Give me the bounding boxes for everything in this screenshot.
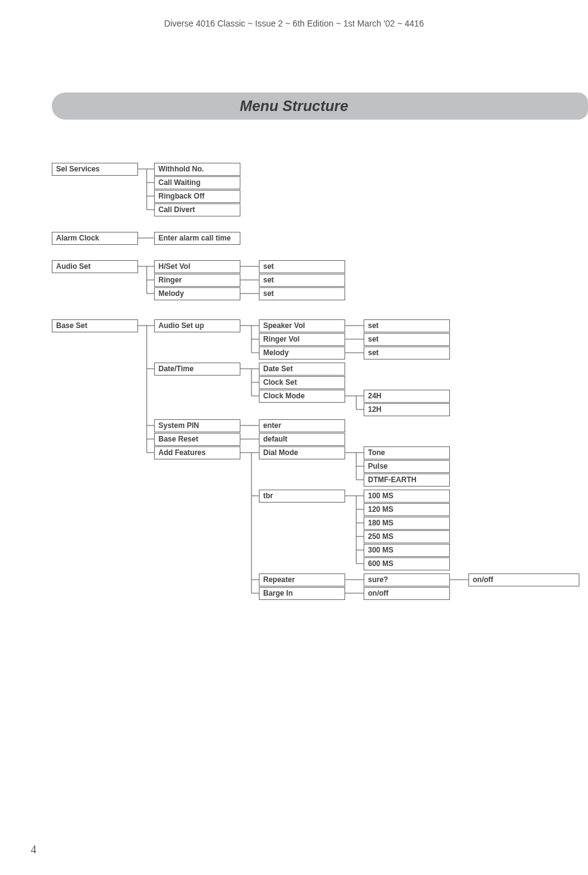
page-number: 4 [31,844,36,857]
item-12h: 12H [364,403,450,416]
item-hset-set: set [259,260,345,273]
item-24h: 24H [364,390,450,403]
item-tone: Tone [364,446,450,459]
item-tbr: tbr [259,490,345,503]
item-date-time: Date/Time [154,363,240,376]
item-system-pin: System PIN [154,419,240,432]
item-call-waiting: Call Waiting [154,176,240,189]
item-pulse: Pulse [364,460,450,473]
item-enter: enter [259,419,345,432]
item-add-features: Add Features [154,446,240,459]
menu-audio-set: Audio Set [52,260,138,273]
item-300ms: 300 MS [364,544,450,557]
item-dial-mode: Dial Mode [259,446,345,459]
item-speaker-vol: Speaker Vol [259,319,345,332]
item-melody2: Melody [259,347,345,359]
item-onoff-barge: on/off [364,587,450,600]
item-100ms: 100 MS [364,490,450,503]
page-title: Menu Structure [52,92,588,120]
item-ringer-vol: Ringer Vol [259,333,345,346]
item-melody: Melody [154,287,240,300]
item-onoff-rep: on/off [468,573,579,586]
item-dtmf-earth: DTMF-EARTH [364,474,450,487]
item-audio-set-up: Audio Set up [154,319,240,332]
item-call-divert: Call Divert [154,203,240,216]
menu-sel-services: Sel Services [52,163,138,176]
item-melody-set2: set [364,347,450,359]
item-120ms: 120 MS [364,503,450,516]
item-date-set: Date Set [259,363,345,376]
item-ringer-set: set [259,274,345,287]
item-sure: sure? [364,573,450,586]
title-bar: Menu Structure [52,92,588,120]
menu-base-set: Base Set [52,319,138,332]
item-clock-mode: Clock Mode [259,390,345,403]
item-600ms: 600 MS [364,557,450,570]
item-ringer-set2: set [364,333,450,346]
item-ringer: Ringer [154,274,240,287]
item-enter-alarm: Enter alarm call time [154,232,240,245]
document-page: Diverse 4016 Classic ~ Issue 2 ~ 6th Edi… [0,0,588,875]
item-clock-set: Clock Set [259,376,345,389]
item-default: default [259,433,345,446]
item-hset-vol: H/Set Vol [154,260,240,273]
item-repeater: Repeater [259,573,345,586]
menu-alarm-clock: Alarm Clock [52,232,138,245]
item-barge-in: Barge In [259,587,345,600]
item-250ms: 250 MS [364,530,450,543]
item-withhold-no: Withhold No. [154,163,240,176]
item-180ms: 180 MS [364,517,450,530]
page-header: Diverse 4016 Classic ~ Issue 2 ~ 6th Edi… [0,18,588,28]
item-base-reset: Base Reset [154,433,240,446]
item-melody-set: set [259,287,345,300]
item-speaker-set: set [364,319,450,332]
item-ringback-off: Ringback Off [154,190,240,203]
